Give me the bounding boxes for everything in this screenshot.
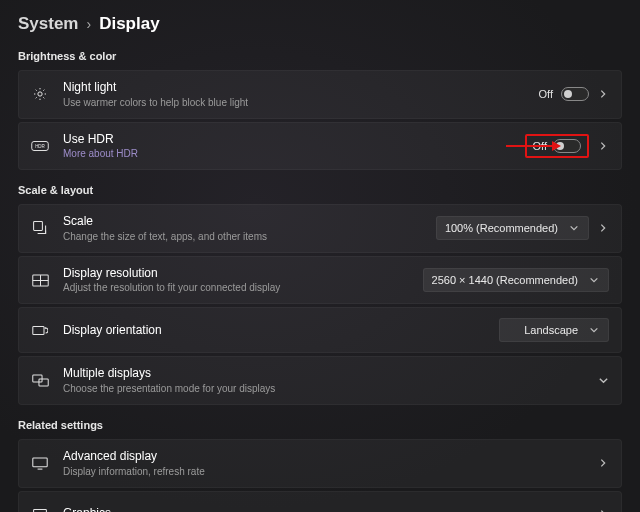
- card-scale[interactable]: Scale Change the size of text, apps, and…: [18, 204, 622, 253]
- section-brightness-color: Brightness & color: [18, 50, 622, 62]
- hdr-title: Use HDR: [63, 132, 525, 148]
- multiple-displays-title: Multiple displays: [63, 366, 597, 382]
- svg-rect-20: [33, 458, 47, 467]
- scale-title: Scale: [63, 214, 436, 230]
- hdr-icon: HDR: [31, 137, 49, 155]
- advanced-display-subtitle: Display information, refresh rate: [63, 465, 597, 478]
- breadcrumb-current: Display: [99, 14, 159, 34]
- svg-line-8: [43, 90, 44, 91]
- resolution-icon: [31, 271, 49, 289]
- hdr-more-link[interactable]: More about HDR: [63, 147, 525, 160]
- scale-value: 100% (Recommended): [445, 222, 558, 234]
- advanced-display-title: Advanced display: [63, 449, 597, 465]
- chevron-right-icon: [597, 508, 609, 512]
- card-orientation[interactable]: Display orientation Landscape: [18, 307, 622, 353]
- monitor-icon: [31, 454, 49, 472]
- chevron-down-icon: [568, 222, 580, 234]
- svg-point-0: [38, 92, 42, 96]
- hdr-status: Off: [533, 140, 547, 152]
- orientation-dropdown[interactable]: Landscape: [499, 318, 609, 342]
- svg-rect-17: [33, 326, 44, 334]
- night-light-title: Night light: [63, 80, 539, 96]
- chevron-down-icon: [588, 274, 600, 286]
- night-light-toggle[interactable]: [561, 87, 589, 101]
- hdr-toggle[interactable]: [553, 139, 581, 153]
- section-scale-layout: Scale & layout: [18, 184, 622, 196]
- sun-icon: [31, 85, 49, 103]
- breadcrumb-parent[interactable]: System: [18, 14, 78, 34]
- orientation-value: Landscape: [524, 324, 578, 336]
- annotation-highlight: Off: [525, 134, 589, 158]
- graphics-icon: [31, 505, 49, 512]
- night-light-subtitle: Use warmer colors to help block blue lig…: [63, 96, 539, 109]
- chevron-right-icon: [597, 457, 609, 469]
- card-graphics[interactable]: Graphics: [18, 491, 622, 512]
- card-resolution[interactable]: Display resolution Adjust the resolution…: [18, 256, 622, 305]
- multiple-displays-icon: [31, 372, 49, 390]
- svg-line-6: [43, 98, 44, 99]
- chevron-down-icon: [597, 375, 609, 387]
- breadcrumb: System › Display: [18, 14, 622, 34]
- scale-dropdown[interactable]: 100% (Recommended): [436, 216, 589, 240]
- resolution-value: 2560 × 1440 (Recommended): [432, 274, 578, 286]
- scale-icon: [31, 219, 49, 237]
- svg-line-7: [36, 98, 37, 99]
- scale-subtitle: Change the size of text, apps, and other…: [63, 230, 436, 243]
- resolution-title: Display resolution: [63, 266, 423, 282]
- chevron-right-icon: [597, 88, 609, 100]
- svg-line-5: [36, 90, 37, 91]
- card-use-hdr[interactable]: HDR Use HDR More about HDR Off: [18, 122, 622, 171]
- card-advanced-display[interactable]: Advanced display Display information, re…: [18, 439, 622, 488]
- chevron-right-icon: ›: [86, 16, 91, 32]
- orientation-icon: [31, 321, 49, 339]
- multiple-displays-subtitle: Choose the presentation mode for your di…: [63, 382, 597, 395]
- svg-rect-13: [34, 222, 43, 231]
- resolution-subtitle: Adjust the resolution to fit your connec…: [63, 281, 423, 294]
- night-light-status: Off: [539, 88, 553, 100]
- chevron-right-icon: [597, 222, 609, 234]
- graphics-title: Graphics: [63, 506, 597, 512]
- card-night-light[interactable]: Night light Use warmer colors to help bl…: [18, 70, 622, 119]
- resolution-dropdown[interactable]: 2560 × 1440 (Recommended): [423, 268, 609, 292]
- section-related-settings: Related settings: [18, 419, 622, 431]
- chevron-right-icon: [597, 140, 609, 152]
- orientation-title: Display orientation: [63, 323, 499, 339]
- card-multiple-displays[interactable]: Multiple displays Choose the presentatio…: [18, 356, 622, 405]
- chevron-down-icon: [588, 324, 600, 336]
- svg-text:HDR: HDR: [35, 144, 45, 149]
